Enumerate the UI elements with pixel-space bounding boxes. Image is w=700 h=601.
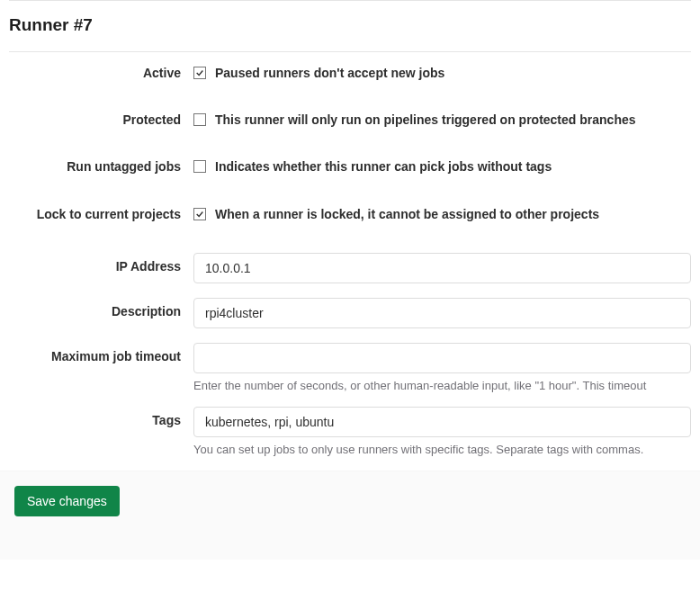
page-header: Runner #7 xyxy=(9,1,691,51)
help-timeout: Enter the number of seconds, or other hu… xyxy=(193,379,691,392)
save-button[interactable]: Save changes xyxy=(14,486,120,516)
save-area: Save changes xyxy=(0,471,700,560)
label-run-untagged: Run untagged jobs xyxy=(9,158,193,174)
label-tags: Tags xyxy=(9,407,193,427)
checkbox-lock[interactable] xyxy=(193,208,206,220)
row-active: Active Paused runners don't accept new j… xyxy=(9,65,691,81)
row-run-untagged: Run untagged jobs Indicates whether this… xyxy=(9,158,691,175)
row-tags: Tags You can set up jobs to only use run… xyxy=(9,407,691,456)
checkbox-run-untagged[interactable] xyxy=(193,160,206,173)
ip-input[interactable] xyxy=(193,253,691,283)
label-protected: Protected xyxy=(9,112,193,127)
label-timeout: Maximum job timeout xyxy=(9,343,193,363)
runner-form: Active Paused runners don't accept new j… xyxy=(9,52,691,456)
row-ip: IP Address xyxy=(9,253,691,283)
checkbox-active[interactable] xyxy=(193,67,206,79)
desc-run-untagged: Indicates whether this runner can pick j… xyxy=(215,158,552,175)
checkbox-protected[interactable] xyxy=(193,113,206,126)
desc-active: Paused runners don't accept new jobs xyxy=(215,65,444,81)
row-protected: Protected This runner will only run on p… xyxy=(9,112,691,128)
description-input[interactable] xyxy=(193,298,691,328)
desc-protected: This runner will only run on pipelines t… xyxy=(215,112,636,128)
label-ip: IP Address xyxy=(9,253,193,274)
label-active: Active xyxy=(9,65,193,80)
row-description: Description xyxy=(9,298,691,328)
row-lock: Lock to current projects When a runner i… xyxy=(9,206,691,222)
label-lock: Lock to current projects xyxy=(9,206,193,221)
timeout-input[interactable] xyxy=(193,343,691,373)
check-icon xyxy=(195,210,204,219)
check-icon xyxy=(195,68,204,77)
label-description: Description xyxy=(9,298,193,318)
desc-lock: When a runner is locked, it cannot be as… xyxy=(215,206,599,222)
row-timeout: Maximum job timeout Enter the number of … xyxy=(9,343,691,392)
tags-input[interactable] xyxy=(193,407,691,437)
help-tags: You can set up jobs to only use runners … xyxy=(193,443,691,456)
page-title: Runner #7 xyxy=(9,15,691,35)
